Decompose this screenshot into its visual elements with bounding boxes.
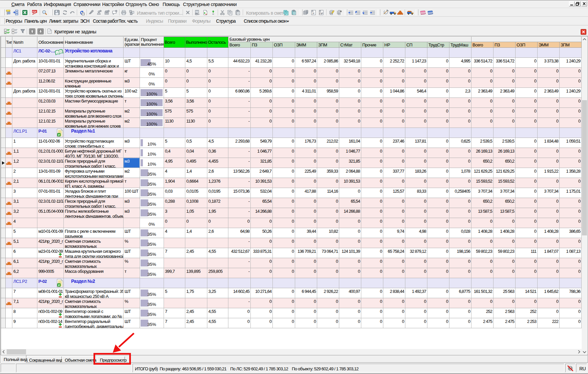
- svg-text:ПР: ПР: [319, 12, 323, 15]
- svg-text:PDF: PDF: [32, 10, 37, 13]
- svg-text:P: P: [313, 12, 314, 15]
